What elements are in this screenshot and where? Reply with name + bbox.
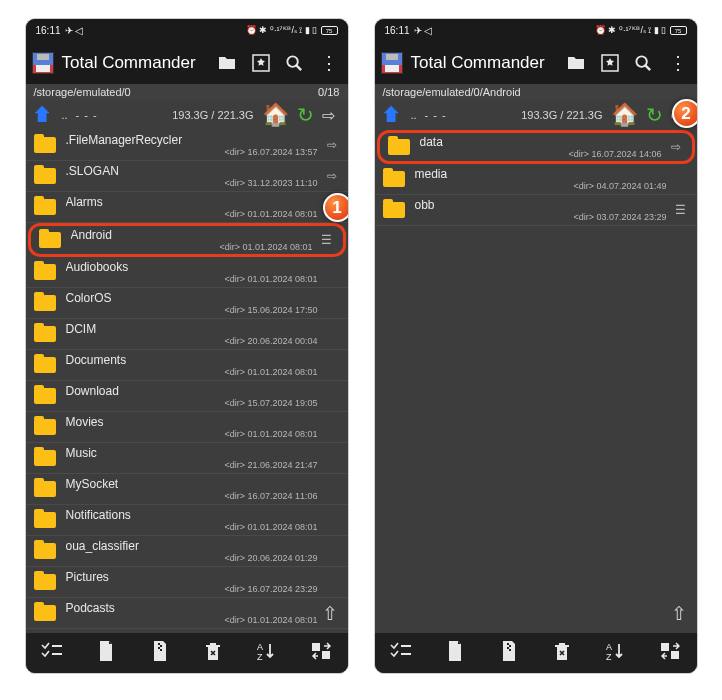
bookmark-button[interactable] <box>248 50 274 76</box>
folder-icon <box>383 202 405 218</box>
svg-rect-8 <box>160 649 162 651</box>
swap-button[interactable] <box>655 642 685 665</box>
status-icons-right: ⏰ ✱ ⁰·¹⁷ᴷᴮ/ₛ ⟟ ▮ ▯ <box>595 25 667 36</box>
folder-icon <box>388 139 410 155</box>
scroll-up-icon[interactable]: ⇧ <box>671 602 687 625</box>
svg-rect-5 <box>158 643 160 645</box>
app-title: Total Commander <box>411 53 555 73</box>
app-icon <box>381 52 403 74</box>
row-action-icon[interactable]: ☰ <box>319 233 335 247</box>
pack-button[interactable] <box>145 641 175 666</box>
folder-icon <box>34 481 56 497</box>
menu-button[interactable]: ⋮ <box>665 50 691 76</box>
up-icon[interactable]: 🡅 <box>381 104 403 127</box>
parent-dots[interactable]: .. <box>56 109 74 121</box>
copy-button[interactable] <box>440 641 470 666</box>
list-item[interactable]: DCIM<dir> 20.06.2024 00:04 <box>26 319 348 350</box>
scroll-up-icon[interactable]: ⇧ <box>322 602 338 625</box>
list-item[interactable]: obb<dir> 03.07.2024 23:29☰ <box>375 195 697 226</box>
delete-button[interactable] <box>198 641 228 666</box>
list-item[interactable]: Podcasts<dir> 01.01.2024 08:01 <box>26 598 348 629</box>
list-item[interactable]: MySocket<dir> 16.07.2024 11:06 <box>26 474 348 505</box>
select-button[interactable] <box>386 642 416 665</box>
folder-icon <box>34 264 56 280</box>
list-item[interactable]: oua_classifier<dir> 20.06.2024 01:29 <box>26 536 348 567</box>
file-name: oua_classifier <box>66 539 324 553</box>
delete-button[interactable] <box>547 641 577 666</box>
folder-button[interactable] <box>563 50 589 76</box>
list-item[interactable]: Pictures<dir> 16.07.2024 23:29 <box>26 567 348 598</box>
status-bar: 16:11 ✈ ◁ ⏰ ✱ ⁰·¹⁷ᴷᴮ/ₛ ⟟ ▮ ▯ 75 <box>375 19 697 42</box>
file-list[interactable]: .FileManagerRecycler<dir> 16.07.2024 13:… <box>26 130 348 633</box>
path-bar[interactable]: /storage/emulated/0/Android <box>375 84 697 100</box>
list-item[interactable]: Alarms<dir> 01.01.2024 08:01☰ <box>26 192 348 223</box>
row-action-icon[interactable]: ⇨ <box>324 138 340 152</box>
folder-icon <box>34 605 56 621</box>
file-meta: <dir> 15.07.2024 19:05 <box>66 398 324 408</box>
home-icon[interactable]: 🏠 <box>262 102 290 128</box>
svg-text:Z: Z <box>257 652 263 661</box>
svg-rect-18 <box>507 643 509 645</box>
reload-icon[interactable]: ↻ <box>641 103 669 127</box>
pack-button[interactable] <box>494 641 524 666</box>
storage-info: 193.3G / 221.3G <box>449 109 609 121</box>
search-button[interactable] <box>282 50 308 76</box>
list-item[interactable]: .FileManagerRecycler<dir> 16.07.2024 13:… <box>26 130 348 161</box>
home-icon[interactable]: 🏠 <box>611 102 639 128</box>
row-action-icon[interactable]: ⇨ <box>324 169 340 183</box>
folder-icon <box>34 450 56 466</box>
list-item[interactable]: Notifications<dir> 01.01.2024 08:01 <box>26 505 348 536</box>
list-item[interactable]: Audiobooks<dir> 01.01.2024 08:01 <box>26 257 348 288</box>
file-name: Pictures <box>66 570 324 584</box>
file-list[interactable]: data<dir> 16.07.2024 14:06⇨media<dir> 04… <box>375 130 697 633</box>
list-item[interactable]: .SLOGAN<dir> 31.12.2023 11:10⇨ <box>26 161 348 192</box>
list-item[interactable]: ColorOS<dir> 15.06.2024 17:50 <box>26 288 348 319</box>
row-action-icon[interactable]: ☰ <box>673 203 689 217</box>
bookmark-button[interactable] <box>597 50 623 76</box>
svg-text:A: A <box>606 642 612 652</box>
file-meta: <dir> 31.12.2023 11:10 <box>66 178 324 188</box>
parent-dots[interactable]: .. <box>405 109 423 121</box>
sort-button[interactable]: AZ <box>601 641 631 666</box>
list-item[interactable]: Android<dir> 01.01.2024 08:01☰ <box>28 223 346 257</box>
file-name: Movies <box>66 415 324 429</box>
battery-icon: 75 <box>670 26 687 35</box>
list-item[interactable]: media<dir> 04.07.2024 01:49 <box>375 164 697 195</box>
svg-point-14 <box>636 56 646 66</box>
folder-icon <box>34 295 56 311</box>
svg-text:A: A <box>257 642 263 652</box>
bottom-bar: AZ <box>26 633 348 673</box>
file-name: Notifications <box>66 508 324 522</box>
app-icon <box>32 52 54 74</box>
folder-icon <box>34 137 56 153</box>
list-item[interactable]: Movies<dir> 01.01.2024 08:01 <box>26 412 348 443</box>
list-item[interactable]: Documents<dir> 01.01.2024 08:01 <box>26 350 348 381</box>
dashes: - - - <box>76 109 98 121</box>
swap-button[interactable] <box>306 642 336 665</box>
status-time: 16:11 <box>36 25 61 36</box>
svg-rect-19 <box>509 645 511 647</box>
file-meta: <dir> 15.06.2024 17:50 <box>66 305 324 315</box>
folder-icon <box>34 419 56 435</box>
search-button[interactable] <box>631 50 657 76</box>
list-item[interactable]: Music<dir> 21.06.2024 21:47 <box>26 443 348 474</box>
svg-rect-7 <box>158 647 160 649</box>
dashes: - - - <box>425 109 447 121</box>
sort-button[interactable]: AZ <box>252 641 282 666</box>
row-action-icon[interactable]: ⇨ <box>668 140 684 154</box>
goto-other-icon[interactable]: ⇨ <box>322 106 342 125</box>
path-bar[interactable]: /storage/emulated/0 0/18 <box>26 84 348 100</box>
status-icons-left: ✈ ◁ <box>414 25 433 36</box>
copy-button[interactable] <box>91 641 121 666</box>
folder-icon <box>39 232 61 248</box>
list-item[interactable]: Download<dir> 15.07.2024 19:05 <box>26 381 348 412</box>
list-item[interactable]: data<dir> 16.07.2024 14:06⇨ <box>377 130 695 164</box>
up-icon[interactable]: 🡅 <box>32 104 54 127</box>
menu-button[interactable]: ⋮ <box>316 50 342 76</box>
folder-button[interactable] <box>214 50 240 76</box>
reload-icon[interactable]: ↻ <box>292 103 320 127</box>
file-meta: <dir> 16.07.2024 11:06 <box>66 491 324 501</box>
phone-right: 16:11 ✈ ◁ ⏰ ✱ ⁰·¹⁷ᴷᴮ/ₛ ⟟ ▮ ▯ 75 Total Co… <box>374 18 698 674</box>
file-meta: <dir> 01.01.2024 08:01 <box>66 429 324 439</box>
select-button[interactable] <box>37 642 67 665</box>
